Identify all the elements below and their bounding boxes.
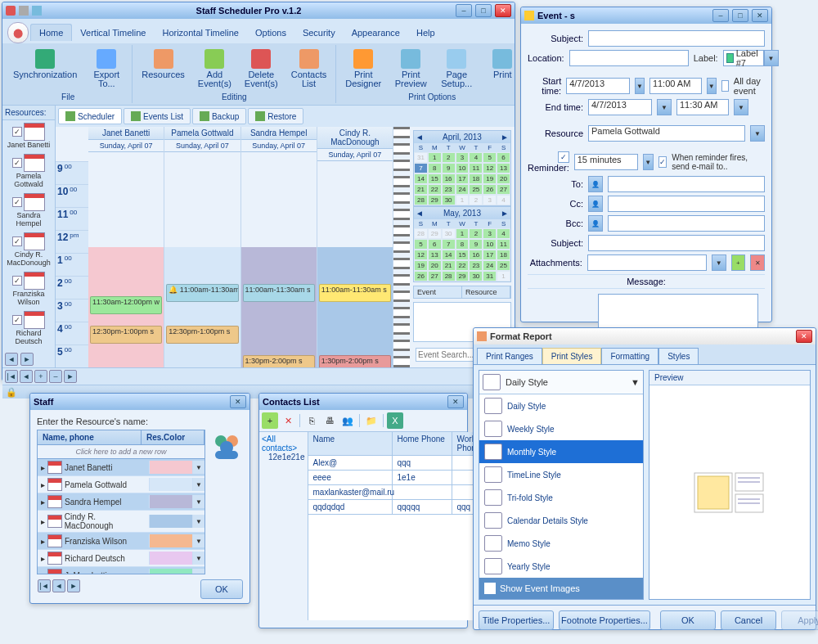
contact-group-icon[interactable]: 👥 xyxy=(339,412,356,429)
ribbon-tab-security[interactable]: Security xyxy=(294,25,344,41)
contact-export-icon[interactable]: X xyxy=(387,412,403,429)
ribbon-tab-horizontal-timeline[interactable]: Horizontal Timeline xyxy=(154,25,247,41)
minimize-button[interactable]: – xyxy=(456,4,472,17)
staff-ok-button[interactable]: OK xyxy=(200,579,243,599)
label-dropdown[interactable]: ▼ xyxy=(764,50,779,66)
event-close[interactable]: ✕ xyxy=(752,9,768,22)
contact-folder-icon[interactable]: 📁 xyxy=(363,412,380,429)
nav-first[interactable]: |◄ xyxy=(5,370,18,383)
report-tab-print-ranges[interactable]: Print Ranges xyxy=(477,348,542,364)
style-item[interactable]: Daily Style xyxy=(479,394,643,417)
ribbon-tab-home[interactable]: Home xyxy=(30,24,72,41)
to-picker[interactable]: 👤 xyxy=(588,176,603,192)
ribbon-synchronizationbutton[interactable]: Synchronization xyxy=(9,47,81,91)
report-tab-styles[interactable]: Styles xyxy=(658,348,699,364)
report-apply-button[interactable]: Apply xyxy=(781,610,818,630)
resource-dropdown[interactable]: ▼ xyxy=(750,125,765,142)
resource-item[interactable]: ✓Richard Deutsch xyxy=(2,308,55,348)
attach-remove[interactable]: ✕ xyxy=(750,254,765,271)
ribbon-page-setup-button[interactable]: Page Setup... xyxy=(436,47,477,91)
ribbon-add-event-s-button[interactable]: Add Event(s) xyxy=(194,47,236,91)
view-tab-restore[interactable]: Restore xyxy=(248,108,303,124)
print-icon[interactable] xyxy=(19,6,29,16)
resource-nav-next[interactable]: ► xyxy=(20,353,34,366)
footnote-properties-button[interactable]: Footnote Properties... xyxy=(559,610,650,630)
style-item[interactable]: Tri-fold Style xyxy=(479,486,643,509)
staff-nav-prev[interactable]: ◄ xyxy=(52,579,65,592)
staff-add-row-hint[interactable]: Click here to add a new row xyxy=(37,445,205,459)
nav-prev[interactable]: ◄ xyxy=(20,370,33,383)
location-input[interactable] xyxy=(569,50,689,66)
resource-item[interactable]: ✓Pamela Gottwald xyxy=(2,151,55,191)
style-item[interactable]: Memo Style xyxy=(479,532,643,555)
ribbon-export-to-button[interactable]: Export To... xyxy=(86,47,127,91)
contacts-tree[interactable]: <All contacts> 12e1e21e xyxy=(259,432,308,620)
schedule-event[interactable]: 11:30am-12:00pm w xyxy=(90,296,162,314)
cc-picker[interactable]: 👤 xyxy=(588,196,603,212)
report-tab-print-styles[interactable]: Print Styles xyxy=(542,348,602,364)
resource-item[interactable]: ✓Janet Banetti xyxy=(2,120,55,151)
start-time-picker[interactable]: ▼ xyxy=(707,78,717,94)
resource-select[interactable]: Pamela Gottwald xyxy=(588,125,745,142)
ribbon-print-designerbutton[interactable]: Print Designer xyxy=(341,47,385,91)
app-menu-icon[interactable]: ⬤ xyxy=(7,22,29,43)
ribbon-tab-options[interactable]: Options xyxy=(247,25,294,41)
staff-row[interactable]: ▸Richard Deutsch▼ xyxy=(38,550,204,567)
attach-add[interactable]: + xyxy=(731,254,746,271)
bcc-picker[interactable]: 👤 xyxy=(588,215,603,232)
start-date-picker[interactable]: ▼ xyxy=(635,78,645,94)
schedule-event[interactable]: 11:00am-11:30am s xyxy=(319,284,391,302)
view-tab-events-list[interactable]: Events List xyxy=(124,108,191,124)
ribbon-printbutton[interactable]: Print xyxy=(482,47,523,91)
staff-row[interactable]: ▸Pamela Gottwald▼ xyxy=(38,476,204,493)
schedule-event[interactable]: 1:30pm-2:00pm s xyxy=(243,355,315,367)
resource-item[interactable]: ✓Franziska Wilson xyxy=(2,269,55,308)
resource-nav-prev[interactable]: ◄ xyxy=(5,353,18,366)
style-item[interactable]: TimeLine Style xyxy=(479,463,643,486)
schedule-event[interactable]: 🔔 11:00am-11:30am xyxy=(166,284,238,302)
contact-row[interactable]: maxlankaster@mail.ru xyxy=(308,485,487,500)
view-tab-scheduler[interactable]: Scheduler xyxy=(58,108,122,124)
contact-row[interactable]: eeee1e1e xyxy=(308,471,487,485)
reminder-checkbox[interactable]: ✓ xyxy=(558,151,569,163)
end-time[interactable]: 11:30 AM xyxy=(676,99,729,115)
staff-row[interactable]: ▸Sandra Hempel▼ xyxy=(38,493,204,511)
contact-row[interactable]: Alex@qqq xyxy=(308,456,487,471)
report-cancel-button[interactable]: Cancel xyxy=(721,610,776,630)
title-properties-button[interactable]: Title Properties... xyxy=(479,610,554,630)
mini-calendar[interactable]: ◄April, 2013►SMTWTFS31123456789101112131… xyxy=(413,130,511,206)
contact-print-icon[interactable]: 🖶 xyxy=(321,412,338,429)
schedule-event[interactable]: 1:30pm-2:00pm s xyxy=(319,355,391,367)
ribbon-contacts-listbutton[interactable]: Contacts List xyxy=(287,47,330,91)
reminder-dropdown[interactable]: ▼ xyxy=(643,154,654,170)
contact-row[interactable]: qqdqdqdqqqqqqqq xyxy=(308,500,487,515)
event-maximize[interactable]: □ xyxy=(732,9,748,22)
resource-item[interactable]: ✓Sandra Hempel xyxy=(2,191,55,230)
style-item[interactable]: Weekly Style xyxy=(479,417,643,440)
nav-remove[interactable]: – xyxy=(49,370,62,383)
report-close[interactable]: ✕ xyxy=(796,330,812,343)
ribbon-resourcesbutton[interactable]: Resources xyxy=(137,47,189,91)
style-item[interactable]: Yearly Style xyxy=(479,555,643,578)
ribbon-print-previewbutton[interactable]: Print Preview xyxy=(390,47,431,91)
mail-subject-input[interactable] xyxy=(588,235,765,251)
end-date[interactable]: 4/7/2013 xyxy=(588,99,652,115)
report-ok-button[interactable]: OK xyxy=(660,610,716,630)
attach-dropdown[interactable]: ▼ xyxy=(712,254,726,271)
bcc-input[interactable] xyxy=(608,215,765,232)
mini-calendar[interactable]: ◄May, 2013►SMTWTFS2829301234567891011121… xyxy=(413,206,511,282)
resource-item[interactable]: ✓Cindy R. MacDonough xyxy=(2,230,55,269)
nav-add[interactable]: + xyxy=(34,370,47,383)
schedule-event[interactable]: 11:00am-11:30am s xyxy=(243,284,315,302)
ribbon-delete-event-s-button[interactable]: Delete Event(s) xyxy=(240,47,282,91)
staff-row[interactable]: ▸Janet Banetti▼ xyxy=(38,459,204,476)
ribbon-tab-vertical-timeline[interactable]: Vertical Timeline xyxy=(72,25,154,41)
maximize-button[interactable]: □ xyxy=(475,4,492,17)
close-button[interactable]: ✕ xyxy=(495,4,511,17)
end-time-picker[interactable]: ▼ xyxy=(734,99,748,115)
staff-nav-first[interactable]: |◄ xyxy=(38,579,51,592)
qat-icon[interactable] xyxy=(32,6,42,16)
contact-delete-icon[interactable]: ✕ xyxy=(280,412,296,429)
contact-add-icon[interactable]: + xyxy=(262,412,278,429)
allday-checkbox[interactable] xyxy=(721,80,729,92)
